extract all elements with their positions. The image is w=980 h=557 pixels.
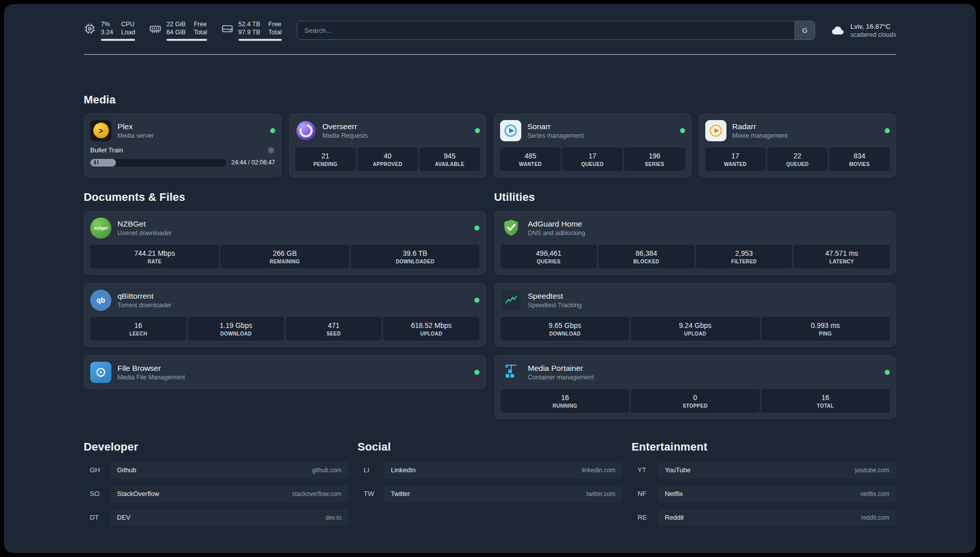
disk-widget: 52.4 TB 97.9 TB Free Total (221, 20, 282, 41)
service-card-portainer[interactable]: Media Portainer Container management 16 … (494, 355, 896, 419)
status-dot (474, 298, 479, 303)
now-playing-title: Bullet Train (90, 146, 123, 154)
memory-values: 22 GiB 64 GiB (166, 20, 186, 37)
memory-labels: Free Total (194, 20, 207, 37)
service-card-plex[interactable]: > Plex Media server Bullet Train (84, 114, 282, 178)
cpu-values: 7% 3.24 (101, 20, 113, 37)
stat-tile: 0.993 ms PING (761, 317, 890, 341)
stat-tile: 618.52 Mbps UPLOAD (383, 317, 479, 341)
stat-tile: 16 TOTAL (761, 389, 890, 413)
stat-tile: 17 QUEUED (562, 147, 623, 171)
service-card-qbittorrent[interactable]: qb qBittorrent Torrent downloader 16 LEE… (84, 283, 486, 347)
bookmark-netflix[interactable]: NF Netflix netflix.com (632, 485, 896, 503)
disk-values: 52.4 TB 97.9 TB (238, 20, 261, 37)
bookmarks-entertainment: Entertainment YT YouTube youtube.com NF … (632, 440, 896, 526)
stat-tile: 86,384 BLOCKED (598, 245, 695, 268)
weather-widget: Lviv, 16.87°C scattered clouds (830, 23, 896, 38)
stat-tile: 22 QUEUED (767, 147, 828, 171)
stat-tile: 266 GB REMAINING (220, 245, 349, 268)
bookmarks-social: Social LI LinkedIn linkedin.com TW Twitt… (357, 440, 622, 503)
bookmark-github[interactable]: GH Github github.com (84, 462, 348, 479)
cpu-labels: CPU Load (121, 20, 135, 37)
portainer-icon (501, 362, 522, 383)
memory-progress-bar (166, 39, 207, 41)
gear-icon[interactable] (267, 146, 275, 154)
dashboard-frame: 7% 3.24 CPU Load (4, 4, 976, 553)
bookmark-reddit[interactable]: RE Reddit reddit.com (632, 509, 896, 526)
topbar-divider (84, 54, 896, 55)
speedtest-icon (501, 290, 522, 311)
status-dot (475, 128, 480, 133)
stat-tile: 744.21 Mbps RATE (90, 245, 219, 268)
playback-time: 24:44 / 02:06:47 (231, 159, 275, 166)
stat-tile: 47.571 ms LATENCY (793, 245, 890, 268)
utilities-section-title: Utilities (494, 191, 896, 204)
memory-widget: 22 GiB 64 GiB Free Total (149, 20, 207, 41)
memory-icon (149, 23, 161, 35)
service-card-filebrowser[interactable]: File Browser Media File Management (84, 355, 486, 389)
stat-tile: 485 WANTED (500, 147, 561, 171)
stat-tile: 40 APPROVED (357, 147, 418, 171)
service-card-adguard[interactable]: AdGuard Home DNS and adblocking 498,461 … (494, 211, 896, 275)
stat-tile: 16 RUNNING (501, 389, 629, 413)
stat-tile: 0 STOPPED (631, 389, 759, 413)
stat-tile: 17 WANTED (705, 147, 766, 171)
topbar: 7% 3.24 CPU Load (84, 4, 896, 41)
section-utilities: Utilities (494, 191, 896, 419)
bookmark-twitter[interactable]: TW Twitter twitter.com (357, 485, 622, 503)
stat-tile: 9.65 Gbps DOWNLOAD (501, 317, 629, 341)
stat-tile: 945 AVAILABLE (419, 147, 480, 171)
stat-tile: 9.24 Gbps UPLOAD (631, 317, 759, 341)
sonarr-icon (500, 120, 521, 141)
status-dot (474, 370, 479, 375)
cpu-icon (84, 23, 96, 35)
radarr-icon (705, 120, 726, 141)
cloud-icon (830, 23, 845, 38)
stat-tile: 21 PENDING (295, 147, 356, 171)
stat-tile: 1.19 Gbps DOWNLOAD (188, 317, 284, 341)
entertainment-section-title: Entertainment (632, 440, 896, 454)
stat-tile: 39.6 TB DOWNLOADED (351, 245, 479, 268)
service-card-sonarr[interactable]: Sonarr Series management 485 WANTED 17 Q… (494, 114, 692, 178)
bookmark-stackoverflow[interactable]: SO StackOverflow stackoverflow.com (84, 485, 348, 503)
search-input[interactable] (297, 21, 794, 39)
stat-tile: 16 LEECH (90, 317, 187, 341)
service-card-speedtest[interactable]: Speedtest Speedtest Tracking 9.65 Gbps D… (494, 283, 896, 347)
bookmark-dev[interactable]: DT DEV dev.to (84, 509, 348, 526)
bookmark-youtube[interactable]: YT YouTube youtube.com (632, 462, 896, 479)
disk-labels: Free Total (268, 20, 281, 37)
cpu-widget: 7% 3.24 CPU Load (84, 20, 135, 41)
status-dot (885, 128, 890, 133)
documents-section-title: Documents & Files (84, 191, 486, 204)
disk-progress-bar (238, 39, 282, 41)
search-provider-button[interactable]: G (794, 21, 815, 39)
search-bar: G (297, 21, 815, 40)
bookmarks-developer: Developer GH Github github.com SO StackO… (84, 440, 348, 526)
stat-tile: 2,953 FILTERED (696, 245, 792, 268)
status-dot (474, 226, 479, 231)
cpu-progress-bar (101, 39, 135, 41)
now-playing: Bullet Train 24:44 / (90, 146, 275, 166)
service-card-radarr[interactable]: Radarr Movie management 17 WANTED 22 QUE… (699, 114, 897, 178)
service-card-overseerr[interactable]: Overseerr Media Requests 21 PENDING 40 A… (289, 114, 487, 178)
status-dot (885, 370, 890, 375)
disk-icon (221, 23, 233, 35)
filebrowser-icon (90, 362, 111, 383)
nzbget-icon: nzbget (90, 217, 111, 239)
resource-widgets: 7% 3.24 CPU Load (84, 20, 282, 41)
adguard-icon (501, 217, 522, 239)
section-media: Media > Plex Media server Bullet Train (84, 93, 896, 178)
section-documents: Documents & Files nzbget NZBGet Usenet d… (84, 191, 486, 389)
status-dot (680, 128, 685, 133)
overseerr-icon (295, 120, 317, 141)
weather-location: Lviv, 16.87°C (850, 23, 896, 30)
developer-section-title: Developer (84, 440, 348, 454)
weather-condition: scattered clouds (850, 31, 896, 38)
pause-icon[interactable] (94, 160, 98, 164)
status-dot (270, 128, 275, 133)
playback-progress-bar[interactable] (90, 159, 226, 166)
plex-icon: > (90, 120, 111, 141)
stat-tile: 834 MOVIES (829, 147, 890, 171)
bookmark-linkedin[interactable]: LI LinkedIn linkedin.com (357, 462, 622, 479)
service-card-nzbget[interactable]: nzbget NZBGet Usenet downloader 744.21 M… (84, 211, 486, 275)
